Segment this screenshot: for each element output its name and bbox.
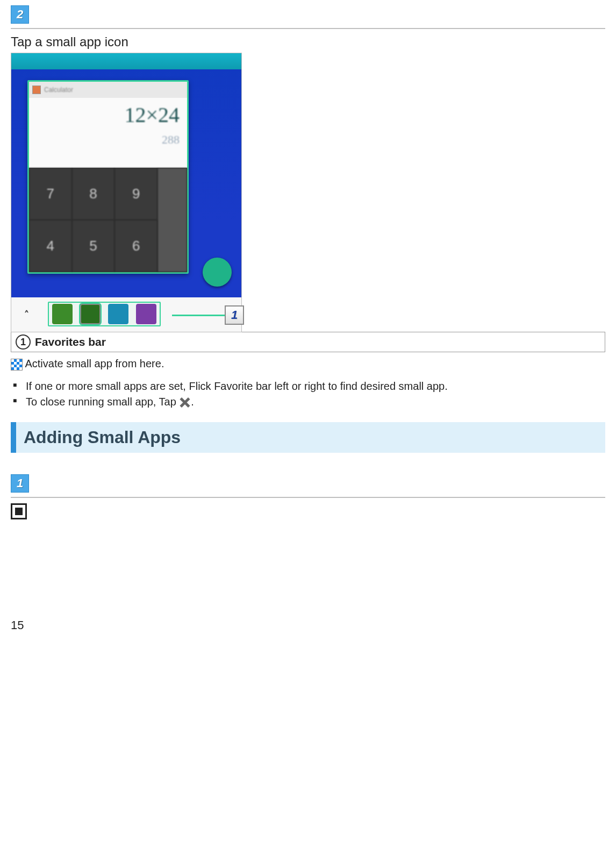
callout-1-connector xyxy=(172,315,226,316)
favorites-icon-highlight xyxy=(48,302,161,326)
calc-key-7: 7 xyxy=(29,168,72,220)
close-icon xyxy=(179,396,191,408)
step-2-badge: 2 xyxy=(11,5,29,24)
step-2-divider xyxy=(11,28,605,29)
calc-key-5: 5 xyxy=(72,220,115,272)
legend-1-title: Favorites bar xyxy=(35,336,106,348)
calculator-keypad: 7 8 9 4 5 6 xyxy=(29,168,187,272)
favorite-app-3-icon xyxy=(108,304,128,324)
calculator-display: 12×24 288 xyxy=(29,98,187,168)
step-1-instruction xyxy=(11,503,605,522)
note-close-after: . xyxy=(191,396,194,408)
calculator-app-icon xyxy=(32,85,41,94)
phone-screenshot-container: Calculator 12×24 288 7 8 9 4 5 6 ˄ xyxy=(11,53,258,332)
callout-1-badge: 1 xyxy=(225,305,244,325)
favorite-app-1-icon xyxy=(52,304,73,324)
calculator-title: Calculator xyxy=(44,86,73,94)
legend-1-number: 1 xyxy=(16,334,31,350)
calc-key-9: 9 xyxy=(114,168,157,220)
step-1-badge: 1 xyxy=(11,474,29,493)
legend-row-1: 1 Favorites bar xyxy=(11,332,605,352)
note-flick: If one or more small apps are set, Flick… xyxy=(26,380,605,393)
calc-key-8: 8 xyxy=(72,168,115,220)
note-close: To close running small app, Tap . xyxy=(26,396,605,409)
notes-list: If one or more small apps are set, Flick… xyxy=(11,380,605,409)
favorite-app-2-icon xyxy=(80,304,101,324)
calculator-titlebar: Calculator xyxy=(29,82,187,98)
section-heading-adding-small-apps: Adding Small Apps xyxy=(11,422,605,453)
page-number: 15 xyxy=(11,618,605,632)
activate-text: Activate small app from here. xyxy=(11,358,605,370)
calculator-result: 288 xyxy=(37,133,180,147)
phone-screenshot: Calculator 12×24 288 7 8 9 4 5 6 ˄ xyxy=(11,53,242,332)
recent-apps-button-icon xyxy=(11,503,27,519)
favorite-app-4-icon xyxy=(136,304,156,324)
favorites-expand-chevron-icon: ˄ xyxy=(11,297,41,332)
activate-text-label: Activate small app from here. xyxy=(25,358,164,369)
calculator-expression: 12×24 xyxy=(37,102,180,127)
floating-action-button xyxy=(203,258,232,287)
phone-wallpaper: Calculator 12×24 288 7 8 9 4 5 6 ˄ xyxy=(11,53,241,332)
calc-key-6: 6 xyxy=(114,220,157,272)
note-close-before: To close running small app, Tap xyxy=(26,396,179,408)
phone-status-bar xyxy=(11,53,241,69)
step-1-divider xyxy=(11,497,605,498)
calculator-small-app: Calculator 12×24 288 7 8 9 4 5 6 xyxy=(27,80,189,274)
checker-icon xyxy=(11,359,23,370)
calc-key-4: 4 xyxy=(29,220,72,272)
calc-key-operator xyxy=(157,168,187,272)
step-2-instruction: Tap a small app icon xyxy=(11,34,605,49)
